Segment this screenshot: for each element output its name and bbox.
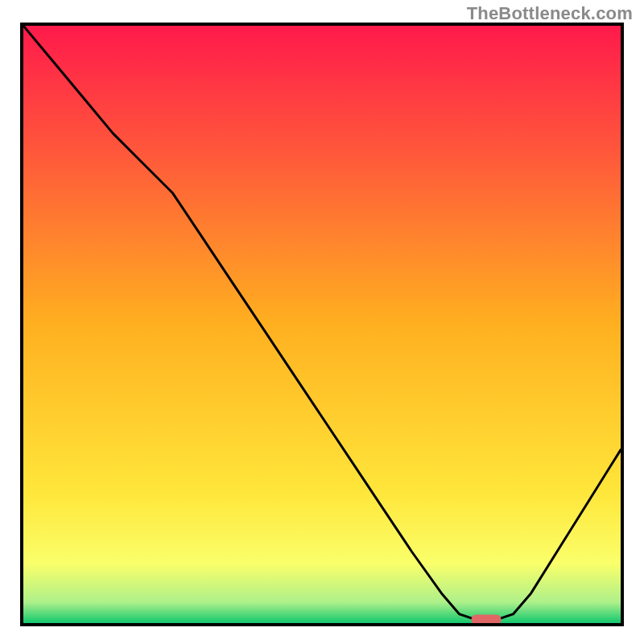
chart-svg [23, 26, 621, 623]
chart-frame [20, 23, 624, 626]
source-label: TheBottleneck.com [467, 3, 633, 24]
optimum-marker [472, 615, 502, 624]
gradient-bg [23, 26, 621, 623]
